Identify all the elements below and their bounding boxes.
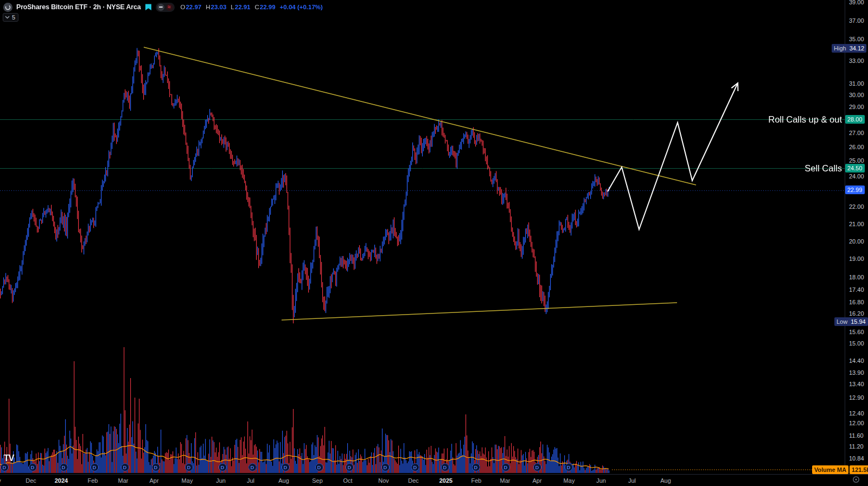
price-axis-tick: 16.80: [849, 299, 864, 305]
symbol-title[interactable]: ProShares Bitcoin ETF · 2h · NYSE Arca: [16, 3, 141, 11]
dividend-marker[interactable]: D: [411, 463, 419, 471]
price-axis-tick: 39.00: [849, 0, 864, 5]
close-value: 22.99: [260, 4, 276, 10]
price-axis-tick: 15.60: [849, 329, 864, 335]
flag-icon[interactable]: [145, 4, 152, 11]
dividend-marker[interactable]: D: [185, 463, 193, 471]
dividend-marker[interactable]: D: [152, 463, 160, 471]
dividend-marker[interactable]: D: [282, 463, 290, 471]
dividend-marker[interactable]: D: [60, 463, 68, 471]
price-axis-tick: 18.00: [849, 274, 864, 280]
volume-ma-badge: Volume MA 121.5K: [812, 465, 868, 474]
price-axis-tick: 31.00: [849, 80, 864, 87]
lower-level-badge: 24.50: [845, 164, 865, 172]
object-tree-chip[interactable]: 5: [3, 13, 18, 22]
time-axis-label: Nov: [372, 477, 395, 484]
time-axis-label: Apr: [142, 477, 166, 484]
object-count: 5: [12, 14, 15, 21]
dividend-marker[interactable]: D: [381, 463, 390, 471]
price-axis-tick: 12.40: [849, 410, 864, 417]
upper-level-badge: 28.00: [845, 115, 865, 124]
open-label: O: [181, 4, 186, 10]
dividend-marker[interactable]: D: [29, 463, 37, 471]
time-axis-label: Feb: [81, 477, 105, 484]
ohlc-readout: O22.97 H23.03 L22.91 C22.99 +0.04 (+0.17…: [181, 4, 323, 10]
scale-settings-icon[interactable]: [852, 476, 860, 485]
last-price-value: 22.99: [845, 186, 865, 194]
time-axis-label: May: [557, 477, 581, 484]
price-axis-tick: 14.40: [849, 357, 864, 364]
high-badge-tag: High: [832, 44, 847, 53]
price-axis-tick: 27.00: [849, 130, 864, 136]
dividend-marker[interactable]: D: [472, 463, 480, 471]
time-axis-label: 2024: [49, 477, 73, 484]
dividend-marker[interactable]: D: [565, 463, 573, 471]
dividend-marker[interactable]: D: [91, 463, 99, 471]
dividend-marker[interactable]: D: [441, 463, 449, 471]
high-label: H: [206, 4, 210, 10]
volume-ma-label: Volume MA: [812, 465, 848, 474]
dividend-marker[interactable]: D: [1, 463, 9, 471]
low-value: 22.91: [235, 4, 251, 10]
price-axis-tick: 12.90: [849, 394, 864, 401]
chevron-down-icon: [5, 16, 10, 19]
time-axis-label: Mar: [111, 477, 135, 484]
low-badge-tag: Low: [834, 317, 848, 326]
high-price-badge: High 34.12: [832, 44, 866, 53]
lower-level-value: 24.50: [845, 164, 865, 172]
price-axis-tick: 13.90: [849, 369, 864, 376]
price-axis-tick: 21.00: [849, 221, 864, 227]
dividend-marker[interactable]: D: [533, 463, 541, 471]
sell-calls-annotation[interactable]: Sell Calls: [805, 163, 842, 174]
time-axis-label: Jun: [589, 477, 613, 484]
time-axis-label: Aug: [654, 477, 678, 484]
symbol-logo-glyph: [5, 4, 11, 10]
dividend-marker[interactable]: D: [346, 463, 354, 471]
price-axis-tick: 13.40: [849, 381, 864, 387]
low-price-badge: Low 15.94: [834, 317, 868, 326]
change-value: +0.04 (+0.17%): [280, 4, 323, 10]
symbol-logo-icon[interactable]: [3, 3, 12, 12]
dividend-marker[interactable]: D: [219, 463, 227, 471]
time-axis-label: Nov: [0, 477, 8, 484]
price-axis-tick: 19.00: [849, 255, 864, 262]
volume-ma-value: 121.5K: [850, 465, 868, 474]
dividend-marker[interactable]: D: [248, 463, 257, 471]
price-axis-tick: 30.00: [849, 92, 864, 98]
price-chart-canvas[interactable]: [0, 0, 868, 486]
time-axis-label: 2025: [434, 477, 458, 484]
quick-toggle-pill: ≈: [156, 3, 175, 12]
symbol-legend: ProShares Bitcoin ETF · 2h · NYSE Arca ≈…: [3, 2, 323, 12]
price-axis-tick: 35.00: [849, 36, 864, 42]
time-axis-label: Mar: [493, 477, 517, 484]
time-axis-label: Jun: [209, 477, 233, 484]
dividend-marker[interactable]: D: [315, 463, 323, 471]
time-axis-label: Jul: [620, 477, 644, 484]
market-status-icon[interactable]: ≈: [166, 4, 173, 11]
dividend-marker[interactable]: D: [121, 463, 129, 471]
price-axis-tick: 24.00: [849, 173, 864, 180]
time-axis-label: Jul: [239, 477, 263, 484]
price-axis-tick: 12.00: [849, 420, 864, 426]
time-axis-label: May: [175, 477, 199, 484]
low-badge-value: 15.94: [848, 317, 868, 326]
price-axis-tick: 15.00: [849, 340, 864, 347]
high-value: 23.03: [211, 4, 227, 10]
low-label: L: [231, 4, 234, 10]
price-axis-tick: 29.00: [849, 104, 864, 110]
price-axis-tick: 10.84: [849, 455, 864, 462]
price-axis-tick: 22.00: [849, 203, 864, 210]
time-axis[interactable]: NovDec2024FebMarAprMayJunJulAugSepOctNov…: [0, 474, 868, 486]
price-axis-tick: 26.00: [849, 144, 864, 150]
tradingview-chart-window: ProShares Bitcoin ETF · 2h · NYSE Arca ≈…: [0, 0, 868, 486]
close-label: C: [255, 4, 259, 10]
upper-level-value: 28.00: [845, 115, 865, 124]
open-value: 22.97: [186, 4, 201, 10]
minus-toggle-icon[interactable]: [157, 4, 164, 11]
price-axis-tick: 16.20: [849, 310, 864, 317]
price-axis[interactable]: 39.0037.0035.0033.0031.0030.0029.0027.00…: [845, 0, 868, 474]
roll-calls-annotation[interactable]: Roll Calls up & out: [768, 114, 842, 125]
last-price-badge: 22.99: [845, 186, 865, 194]
tradingview-logo: TV: [4, 453, 14, 463]
dividend-marker[interactable]: D: [502, 463, 510, 471]
